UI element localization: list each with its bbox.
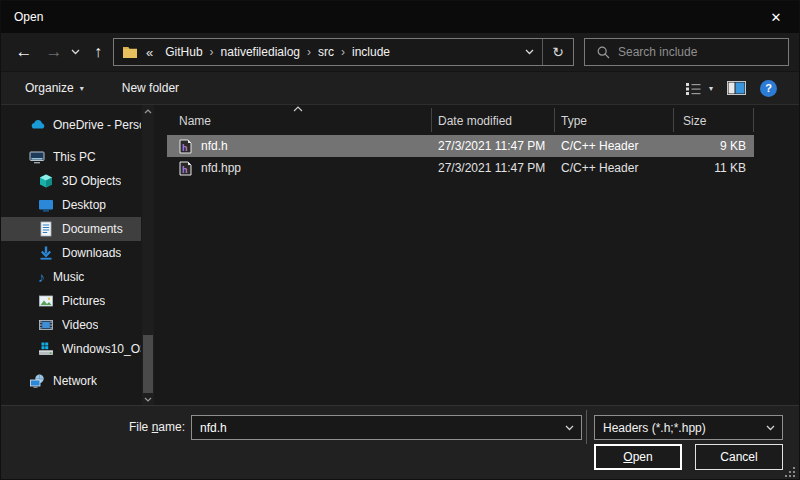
scroll-up-button[interactable]	[142, 105, 154, 117]
dropdown-arrow-icon: ▾	[80, 84, 84, 93]
back-button[interactable]: ←	[9, 38, 39, 66]
sidebar-item-downloads[interactable]: Downloads	[1, 241, 141, 265]
sidebar-item-3d-objects[interactable]: 3D Objects	[1, 169, 141, 193]
pictures-icon	[38, 293, 54, 309]
file-size: 9 KB	[637, 139, 746, 153]
sidebar-item-label: OneDrive - Persor	[53, 118, 141, 132]
sort-ascending-icon	[293, 106, 303, 112]
breadcrumb-item-github[interactable]: GitHub	[159, 45, 208, 59]
file-date-modified: 27/3/2021 11:47 PM	[438, 139, 545, 153]
chevron-down-icon	[525, 49, 534, 55]
sidebar-item-label: Network	[53, 374, 97, 388]
file-name: nfd.h	[201, 139, 228, 153]
sidebar-item-this-pc[interactable]: This PC	[1, 145, 141, 169]
sidebar-item-network[interactable]: Network	[1, 369, 141, 393]
chevron-up-icon	[144, 109, 152, 114]
views-button[interactable]: ▾	[685, 82, 713, 95]
3d-objects-icon	[38, 173, 54, 189]
header-file-icon: h	[179, 161, 192, 176]
recent-locations-button[interactable]	[67, 38, 83, 66]
search-box[interactable]	[584, 38, 789, 66]
column-header-type[interactable]: Type	[561, 114, 587, 128]
open-button[interactable]: Open	[594, 444, 682, 470]
file-name-dropdown-button[interactable]	[557, 425, 581, 431]
svg-text:h: h	[182, 143, 188, 153]
sidebar-item-desktop[interactable]: Desktop	[1, 193, 141, 217]
file-size: 11 KB	[637, 161, 746, 175]
forward-button[interactable]: →	[39, 38, 69, 66]
file-name-combobox[interactable]	[191, 415, 582, 440]
search-input[interactable]	[618, 45, 788, 59]
header-file-icon: h	[179, 139, 192, 154]
file-type-dropdown-button[interactable]	[758, 425, 782, 431]
documents-icon	[38, 221, 54, 237]
cancel-button[interactable]: Cancel	[695, 444, 783, 470]
sidebar-item-label: 3D Objects	[62, 174, 121, 188]
file-list: Name Date modified Type Size h nfd.h 27/…	[161, 105, 800, 405]
column-header-size[interactable]: Size	[683, 114, 706, 128]
column-separator[interactable]	[673, 108, 674, 132]
column-separator[interactable]	[431, 108, 432, 132]
open-button-label: Open	[623, 450, 652, 464]
up-icon: ↑	[94, 43, 102, 61]
column-header-row: Name Date modified Type Size	[161, 105, 800, 134]
sidebar-item-music[interactable]: ♪ Music	[1, 265, 141, 289]
new-folder-label: New folder	[122, 81, 179, 95]
column-separator[interactable]	[753, 108, 754, 132]
up-button[interactable]: ↑	[83, 38, 113, 66]
scroll-down-button[interactable]	[142, 393, 154, 405]
details-view-icon	[685, 82, 702, 95]
window-title: Open	[1, 10, 43, 24]
chevron-down-icon	[766, 425, 775, 431]
address-bar[interactable]: « GitHub › nativefiledialog › src › incl…	[113, 38, 574, 66]
breadcrumb-overflow[interactable]: «	[138, 45, 159, 60]
open-label-post: pen	[633, 450, 653, 464]
cancel-button-label: Cancel	[720, 450, 757, 464]
sidebar-item-onedrive[interactable]: OneDrive - Persor	[1, 113, 141, 137]
file-type-combobox[interactable]: Headers (*.h;*.hpp)	[594, 415, 783, 440]
breadcrumb-item-nativefiledialog[interactable]: nativefiledialog	[215, 45, 306, 59]
address-dropdown-button[interactable]	[516, 39, 542, 65]
organize-button[interactable]: Organize ▾	[15, 72, 94, 104]
onedrive-icon	[29, 117, 45, 133]
file-row-nfd-h[interactable]: h nfd.h 27/3/2021 11:47 PM C/C++ Header …	[167, 135, 754, 157]
resize-grip[interactable]	[783, 465, 796, 478]
sidebar-item-windows10-os[interactable]: Windows10_OS (	[1, 337, 141, 361]
help-button[interactable]: ?	[760, 80, 777, 97]
chevron-down-icon	[565, 425, 574, 431]
new-folder-button[interactable]: New folder	[112, 72, 189, 104]
close-icon: ✕	[771, 10, 782, 25]
sidebar-item-label: Downloads	[62, 246, 121, 260]
chevron-down-icon	[71, 49, 80, 55]
sidebar-item-documents[interactable]: Documents	[1, 217, 141, 241]
column-header-name[interactable]: Name	[179, 114, 211, 128]
sidebar-scrollbar[interactable]	[142, 105, 154, 405]
sidebar-item-label: Documents	[62, 222, 123, 236]
close-button[interactable]: ✕	[753, 1, 799, 33]
sidebar-item-pictures[interactable]: Pictures	[1, 289, 141, 313]
footer-separator	[586, 410, 587, 444]
drive-icon	[38, 341, 54, 357]
chevron-down-icon	[144, 397, 152, 402]
dialog-footer: File name: Headers (*.h;*.hpp) Open Canc…	[1, 405, 799, 480]
scrollbar-thumb[interactable]	[143, 335, 153, 393]
breadcrumb-item-src[interactable]: src	[312, 45, 340, 59]
question-icon: ?	[765, 82, 772, 94]
sidebar-item-label: Desktop	[62, 198, 106, 212]
breadcrumb-item-include[interactable]: include	[346, 45, 396, 59]
desktop-icon	[38, 197, 54, 213]
sidebar-item-videos[interactable]: Videos	[1, 313, 141, 337]
file-type: C/C++ Header	[561, 139, 638, 153]
column-separator[interactable]	[554, 108, 555, 132]
column-header-date-modified[interactable]: Date modified	[438, 114, 512, 128]
refresh-button[interactable]: ↻	[542, 39, 573, 65]
forward-icon: →	[46, 42, 63, 62]
videos-icon	[38, 317, 54, 333]
file-row-nfd-hpp[interactable]: h nfd.hpp 27/3/2021 11:47 PM C/C++ Heade…	[167, 157, 754, 179]
file-name: nfd.hpp	[201, 161, 241, 175]
sidebar-item-label: Windows10_OS (	[62, 342, 141, 356]
file-name-input[interactable]	[192, 421, 557, 435]
back-icon: ←	[16, 42, 33, 62]
preview-pane-icon[interactable]	[727, 81, 746, 95]
refresh-icon: ↻	[552, 44, 564, 60]
